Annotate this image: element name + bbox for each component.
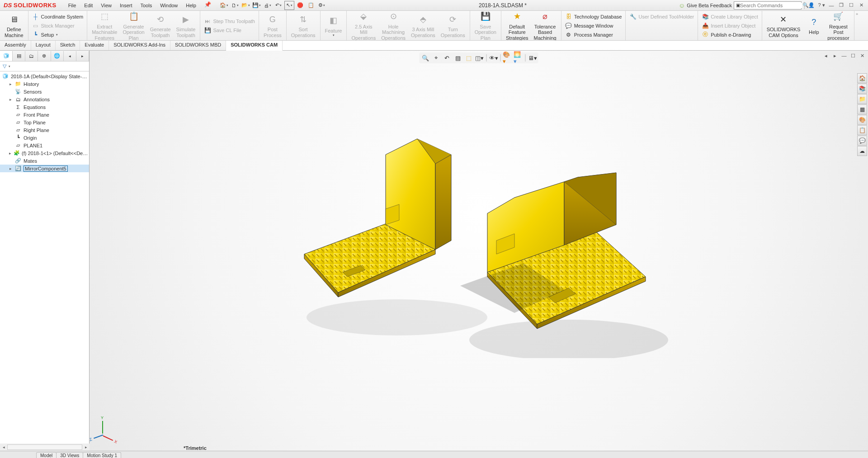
vp-expand-icon[interactable]: ▸ <box>831 52 839 60</box>
scroll-right-icon[interactable]: ▸ <box>82 445 90 449</box>
tab-layout[interactable]: Layout <box>31 41 56 50</box>
help-button[interactable]: ?Help <box>803 11 825 41</box>
default-strategies-button[interactable]: ★Default Feature Strategies <box>503 11 531 41</box>
25axis-button[interactable]: ⬙2.5 Axis Mill Operations <box>349 11 378 41</box>
vp-collapse-icon[interactable]: ◂ <box>822 52 830 60</box>
orient-icon[interactable]: ⬚ <box>464 53 474 62</box>
tree-node[interactable]: ▱Top Plane <box>0 118 89 126</box>
post-process-button[interactable]: GPost Process <box>261 12 284 38</box>
menu-insert[interactable]: Insert <box>116 1 136 9</box>
tree-node[interactable]: ▸🧩(f) 2018-1<1> (Default<<Default>_Dis <box>0 149 89 157</box>
graphics-viewport[interactable]: 🔍 ⌖ ↶ ▨ ⬚ ◫▾ 👁▾ 🎨▾ 🌅▾ 🖥▾ ◂ ▸ — ☐ ✕ <box>90 51 868 451</box>
close-icon[interactable]: ✕ <box>857 1 865 9</box>
settings-icon[interactable]: ⚙▾ <box>317 1 327 10</box>
expand-icon[interactable]: ▸ <box>8 166 13 171</box>
minimize-icon[interactable]: — <box>827 1 835 9</box>
setup-button[interactable]: ┗Setup▾ <box>30 30 85 39</box>
generate-op-plan-button[interactable]: 📋Generate Operation Plan <box>120 11 147 41</box>
panel-tab-display[interactable]: 🌐 <box>51 51 64 61</box>
tree-node[interactable]: ▱Front Plane <box>0 111 89 118</box>
save-cl-button[interactable]: 💾Save CL File <box>202 26 257 35</box>
open-icon[interactable]: 📂▾ <box>241 1 251 10</box>
expand-icon[interactable]: ▸ <box>8 97 13 102</box>
scroll-left-icon[interactable]: ◂ <box>0 445 7 449</box>
display-style-icon[interactable]: ◫▾ <box>475 53 485 62</box>
undo-icon[interactable]: ↶▾ <box>274 1 283 10</box>
hide-show-icon[interactable]: 👁▾ <box>489 53 499 62</box>
prev-view-icon[interactable]: ↶ <box>442 53 452 62</box>
ribbon-expand-icon[interactable]: » <box>854 11 860 16</box>
save-icon[interactable]: 💾▾ <box>252 1 262 10</box>
view-settings-icon[interactable]: 🖥▾ <box>528 53 538 62</box>
simulate-toolpath-button[interactable]: ▶Simulate Toolpath <box>174 11 198 41</box>
publish-edrawing-button[interactable]: ⓔPublish e-Drawing <box>700 30 760 39</box>
3axis-button[interactable]: ⬘3 Axis Mill Operations <box>408 11 438 41</box>
extract-features-button[interactable]: ⬚Extract Machinable Features <box>89 11 120 41</box>
define-machine-button[interactable]: 🖥 Define Machine <box>2 12 26 38</box>
feature-button[interactable]: ◧Feature▾ <box>322 14 345 38</box>
home-icon[interactable]: 🏠▾ <box>219 1 229 10</box>
tree-node[interactable]: ▱Right Plane <box>0 126 89 134</box>
tab-sketch[interactable]: Sketch <box>56 41 80 50</box>
restore-icon[interactable]: ❐ <box>837 1 845 9</box>
tech-db-button[interactable]: 🗄Technology Database <box>563 12 624 21</box>
insert-lib-button[interactable]: 📥Insert Library Object <box>700 21 760 30</box>
taskpane-view-icon[interactable]: ▦ <box>857 104 867 114</box>
generate-toolpath-button[interactable]: ⟲Generate Toolpath <box>147 11 174 41</box>
cam-options-button[interactable]: ✕SOLIDWORKS CAM Options <box>764 11 803 41</box>
tree-root[interactable]: 🧊 2018-1A (Default<Display State-1>) <box>0 72 89 80</box>
menu-file[interactable]: File <box>65 1 80 9</box>
tolerance-machining-button[interactable]: ⌀Tolerance Based Machining <box>531 11 559 41</box>
scroll-track[interactable] <box>7 444 82 450</box>
tree-node[interactable]: ▱PLANE1 <box>0 142 89 149</box>
vp-close-icon[interactable]: ✕ <box>858 52 866 60</box>
feedback-button[interactable]: ☺ Give Beta Feedback <box>679 2 732 9</box>
create-lib-button[interactable]: 📚Create Library Object <box>700 12 760 21</box>
tab-addins[interactable]: SOLIDWORKS Add-Ins <box>109 41 170 50</box>
panel-tab-property[interactable]: ▤ <box>13 51 25 61</box>
new-icon[interactable]: 🗋▾ <box>230 1 240 10</box>
taskpane-library-icon[interactable]: 📚 <box>857 84 867 94</box>
vp-maximize-icon[interactable]: ☐ <box>849 52 857 60</box>
sort-ops-button[interactable]: ⇅Sort Operations <box>288 12 318 38</box>
menu-help[interactable]: Help <box>182 1 200 9</box>
taskpane-explorer-icon[interactable]: 📁 <box>857 94 867 104</box>
tree-node[interactable]: ▸🔄MirrorComponent5 <box>0 165 89 172</box>
zoom-area-icon[interactable]: ⌖ <box>431 53 441 62</box>
taskpane-forum-icon[interactable]: 💬 <box>857 136 867 146</box>
tab-evaluate[interactable]: Evaluate <box>80 41 109 50</box>
section-view-icon[interactable]: ▨ <box>453 53 463 62</box>
login-icon[interactable]: 👤 <box>807 1 816 9</box>
pin-icon[interactable]: 📌 <box>204 1 211 9</box>
process-mgr-button[interactable]: ⚙Process Manager <box>563 30 624 39</box>
menu-tools[interactable]: Tools <box>137 1 156 9</box>
panel-tab-next[interactable]: ▸ <box>76 51 89 61</box>
rebuild-icon[interactable]: 🛑 <box>295 1 305 10</box>
tab-mbd[interactable]: SOLIDWORKS MBD <box>170 41 226 50</box>
step-thru-button[interactable]: ⏭Step Thru Toolpath <box>202 17 257 26</box>
tree-node[interactable]: 📡Sensors <box>0 88 89 95</box>
filter-icon[interactable]: ▽ <box>3 63 6 69</box>
options-icon[interactable]: 📋 <box>306 1 316 10</box>
zoom-fit-icon[interactable]: 🔍 <box>420 53 430 62</box>
tree-node[interactable]: ▸📁History <box>0 80 89 88</box>
tree-scrollbar[interactable]: ◂ ▸ <box>0 444 90 451</box>
hole-ops-button[interactable]: ⊙Hole Machining Operations <box>378 11 408 41</box>
coordinate-system-button[interactable]: ┼Coordinate System <box>30 12 85 21</box>
search-commands[interactable]: ▣ 🔍 ▾ <box>734 1 802 9</box>
panel-tab-dim[interactable]: ⊕ <box>38 51 51 61</box>
tree-node[interactable]: ┗Origin <box>0 134 89 142</box>
orientation-triad[interactable] <box>99 415 121 437</box>
request-post-button[interactable]: 🛒Request Post processor <box>825 11 852 41</box>
taskpane-properties-icon[interactable]: 📋 <box>857 125 867 135</box>
tab-cam[interactable]: SOLIDWORKS CAM <box>226 41 283 51</box>
search-input[interactable] <box>740 3 802 8</box>
tree-node[interactable]: ▸🗂Annotations <box>0 95 89 103</box>
print-icon[interactable]: 🖨▾ <box>263 1 273 10</box>
panel-tab-prev[interactable]: ◂ <box>64 51 76 61</box>
tree-node[interactable]: 🔗Mates <box>0 157 89 165</box>
maximize-icon[interactable]: ☐ <box>847 1 855 9</box>
expand-icon[interactable]: ▸ <box>8 151 12 156</box>
taskpane-cloud-icon[interactable]: ☁ <box>857 146 867 156</box>
user-tool-button[interactable]: 🔧User Defined Tool/Holder <box>627 12 696 21</box>
